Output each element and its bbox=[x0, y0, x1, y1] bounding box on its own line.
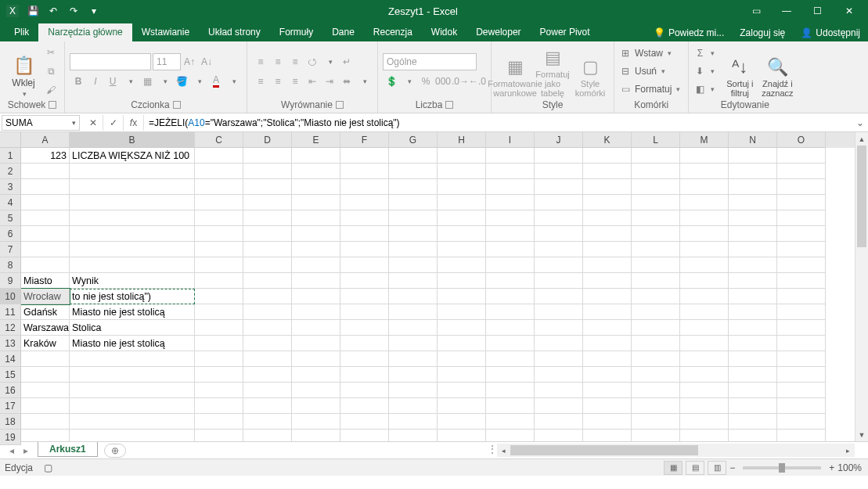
cell[interactable] bbox=[729, 226, 777, 242]
cell[interactable] bbox=[535, 257, 583, 273]
scroll-up-icon[interactable]: ▲ bbox=[855, 132, 868, 146]
ribbon-display-options-icon[interactable]: ▭ bbox=[743, 0, 771, 22]
cell[interactable] bbox=[632, 164, 680, 179]
row-header[interactable]: 18 bbox=[0, 414, 21, 430]
cell[interactable] bbox=[486, 304, 535, 320]
chevron-down-icon[interactable]: ▾ bbox=[72, 119, 76, 127]
cell[interactable] bbox=[21, 383, 70, 398]
cell[interactable] bbox=[21, 226, 70, 242]
cell[interactable] bbox=[729, 304, 777, 320]
cell[interactable] bbox=[21, 398, 70, 414]
increase-decimal-icon[interactable]: .0→ bbox=[452, 73, 469, 90]
cell[interactable] bbox=[340, 304, 389, 320]
cell[interactable] bbox=[438, 148, 486, 164]
tab-splitter[interactable]: ⋮ bbox=[488, 444, 492, 458]
cell[interactable] bbox=[438, 336, 486, 351]
cell[interactable] bbox=[777, 210, 826, 226]
cell[interactable] bbox=[729, 148, 777, 164]
cell[interactable] bbox=[632, 179, 680, 195]
cell[interactable] bbox=[486, 164, 535, 179]
cell[interactable] bbox=[680, 289, 729, 304]
column-header[interactable]: E bbox=[292, 132, 340, 148]
scroll-thumb[interactable] bbox=[857, 146, 866, 247]
cell[interactable] bbox=[680, 210, 729, 226]
cell[interactable] bbox=[389, 242, 438, 257]
cell[interactable] bbox=[583, 351, 632, 367]
tab-file[interactable]: Plik bbox=[5, 23, 38, 41]
insert-function-button[interactable]: fx bbox=[124, 115, 144, 131]
cell[interactable] bbox=[680, 195, 729, 210]
decrease-font-icon[interactable]: A↓ bbox=[198, 53, 215, 70]
maximize-button[interactable]: ☐ bbox=[802, 0, 834, 22]
row-header[interactable]: 2 bbox=[0, 164, 21, 179]
cell[interactable] bbox=[21, 164, 70, 179]
dialog-launcher-icon[interactable] bbox=[173, 101, 181, 109]
align-left-icon[interactable]: ≡ bbox=[252, 73, 269, 90]
column-header[interactable]: O bbox=[777, 132, 826, 148]
cell[interactable] bbox=[389, 195, 438, 210]
vertical-scrollbar[interactable]: ▲ ▼ bbox=[855, 132, 868, 441]
cell[interactable] bbox=[340, 273, 389, 289]
cell[interactable] bbox=[535, 304, 583, 320]
cell[interactable] bbox=[583, 289, 632, 304]
sheet-nav-last-icon[interactable]: ▸ bbox=[19, 445, 33, 456]
tab-data[interactable]: Dane bbox=[322, 23, 364, 41]
cell[interactable] bbox=[243, 195, 292, 210]
cell[interactable] bbox=[389, 351, 438, 367]
cell[interactable] bbox=[729, 320, 777, 336]
cell[interactable] bbox=[486, 336, 535, 351]
cell[interactable] bbox=[195, 367, 243, 383]
cell[interactable] bbox=[340, 336, 389, 351]
cell[interactable] bbox=[729, 257, 777, 273]
row-header[interactable]: 11 bbox=[0, 304, 21, 320]
cell[interactable] bbox=[680, 226, 729, 242]
cell[interactable] bbox=[21, 367, 70, 383]
cell[interactable] bbox=[680, 367, 729, 383]
cell[interactable] bbox=[583, 320, 632, 336]
cell[interactable] bbox=[340, 148, 389, 164]
copy-icon[interactable]: ⧉ bbox=[42, 63, 59, 80]
cell[interactable] bbox=[583, 430, 632, 441]
cell[interactable]: Wrocław bbox=[21, 289, 70, 304]
cell[interactable] bbox=[632, 383, 680, 398]
cell[interactable] bbox=[680, 336, 729, 351]
cell[interactable] bbox=[195, 351, 243, 367]
cell[interactable] bbox=[777, 351, 826, 367]
cell[interactable] bbox=[292, 336, 340, 351]
cell[interactable] bbox=[243, 383, 292, 398]
redo-icon[interactable]: ↷ bbox=[64, 2, 83, 20]
cell[interactable] bbox=[389, 164, 438, 179]
cell[interactable] bbox=[195, 179, 243, 195]
cell[interactable] bbox=[583, 367, 632, 383]
cell[interactable]: Warszawa bbox=[21, 320, 70, 336]
column-header[interactable]: L bbox=[632, 132, 680, 148]
cell[interactable] bbox=[292, 414, 340, 430]
cell[interactable] bbox=[195, 304, 243, 320]
column-header[interactable]: J bbox=[535, 132, 583, 148]
cell[interactable] bbox=[583, 336, 632, 351]
row-header[interactable]: 9 bbox=[0, 273, 21, 289]
cell[interactable] bbox=[292, 210, 340, 226]
cell[interactable] bbox=[583, 383, 632, 398]
cell[interactable] bbox=[243, 257, 292, 273]
wrap-text-icon[interactable]: ↵ bbox=[338, 53, 355, 70]
increase-font-icon[interactable]: A↑ bbox=[181, 53, 198, 70]
row-header[interactable]: 1 bbox=[0, 148, 21, 164]
cell[interactable] bbox=[70, 226, 195, 242]
cell[interactable] bbox=[680, 414, 729, 430]
cell[interactable] bbox=[389, 414, 438, 430]
cell[interactable] bbox=[70, 164, 195, 179]
zoom-out-button[interactable]: − bbox=[729, 462, 735, 473]
cell[interactable] bbox=[535, 351, 583, 367]
cell[interactable] bbox=[535, 289, 583, 304]
tab-review[interactable]: Recenzja bbox=[364, 23, 422, 41]
cell[interactable] bbox=[21, 210, 70, 226]
cell[interactable] bbox=[70, 430, 195, 441]
cell[interactable] bbox=[535, 179, 583, 195]
cell[interactable] bbox=[777, 257, 826, 273]
cell[interactable] bbox=[292, 257, 340, 273]
cell[interactable] bbox=[438, 289, 486, 304]
cell[interactable] bbox=[195, 398, 243, 414]
cell[interactable] bbox=[195, 148, 243, 164]
cell[interactable] bbox=[340, 289, 389, 304]
